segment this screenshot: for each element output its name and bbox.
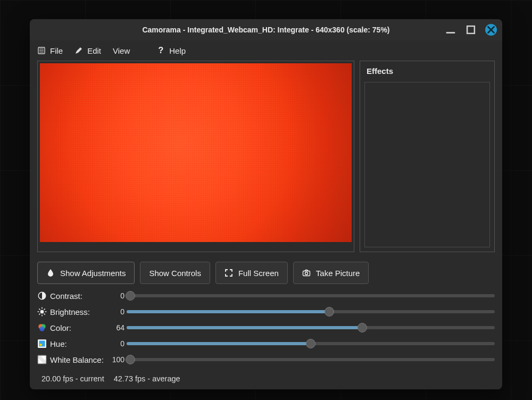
white-balance-label: White Balance:: [50, 355, 109, 364]
brightness-label: Brightness:: [50, 307, 109, 316]
close-button[interactable]: [485, 24, 497, 36]
fullscreen-icon: [225, 269, 233, 277]
svg-line-16: [39, 314, 40, 315]
drop-icon: [46, 269, 55, 277]
color-label: Color:: [50, 323, 109, 332]
white-balance-icon: [37, 355, 47, 364]
color-icon: [37, 323, 47, 332]
app-window: Camorama - Integrated_Webcam_HD: Integra…: [30, 19, 502, 389]
menu-file-label: File: [50, 46, 63, 55]
file-icon: [37, 46, 46, 55]
color-thumb[interactable]: [358, 323, 367, 332]
toolbar: Show Adjustments Show Controls Full Scre…: [37, 262, 495, 284]
white-balance-thumb[interactable]: [126, 355, 135, 364]
show-controls-label: Show Controls: [149, 269, 201, 278]
brightness-row: Brightness: 0: [37, 305, 495, 318]
svg-rect-22: [39, 340, 45, 346]
show-adjustments-button[interactable]: Show Adjustments: [37, 262, 135, 284]
maximize-button[interactable]: [465, 24, 477, 36]
color-fill: [127, 326, 362, 329]
statusbar: 20.00 fps - current 42.73 fps - average: [37, 372, 495, 383]
white-balance-value: 100: [109, 355, 127, 364]
minimize-button[interactable]: [445, 24, 456, 36]
hue-thumb[interactable]: [306, 339, 315, 348]
contrast-value: 0: [109, 291, 127, 300]
hue-icon: [37, 339, 47, 348]
effects-title: Effects: [360, 61, 494, 76]
preview-noise-overlay: [40, 63, 352, 242]
brightness-fill: [127, 310, 329, 313]
contrast-icon: [37, 291, 47, 301]
contrast-row: Contrast: 0: [37, 289, 495, 302]
menubar: File Edit View ? Help: [30, 40, 502, 61]
svg-rect-1: [467, 26, 475, 34]
menu-edit-label: Edit: [87, 46, 101, 55]
color-slider[interactable]: [127, 326, 495, 329]
close-icon: [485, 24, 497, 36]
contrast-thumb[interactable]: [126, 291, 135, 301]
menu-edit[interactable]: Edit: [74, 46, 101, 55]
svg-point-20: [40, 327, 45, 331]
status-average-fps: 42.73 fps - average: [114, 374, 180, 383]
menu-file[interactable]: File: [37, 46, 63, 55]
take-picture-label: Take Picture: [316, 269, 360, 278]
hue-row: Hue: 0: [37, 337, 495, 350]
color-row: Color: 64: [37, 321, 495, 334]
edit-icon: [74, 46, 83, 55]
white-balance-row: White Balance: 100: [37, 353, 495, 366]
full-screen-button[interactable]: Full Screen: [215, 262, 288, 284]
hue-label: Hue:: [50, 339, 109, 348]
content-area: Effects Show Adjustments Show Controls F…: [30, 61, 502, 389]
window-title: Camorama - Integrated_Webcam_HD: Integra…: [30, 26, 502, 34]
menu-view-label: View: [113, 46, 130, 55]
titlebar[interactable]: Camorama - Integrated_Webcam_HD: Integra…: [30, 19, 502, 40]
white-balance-slider[interactable]: [127, 358, 495, 361]
contrast-slider[interactable]: [127, 294, 495, 297]
brightness-slider[interactable]: [127, 310, 495, 313]
hue-fill: [127, 342, 311, 345]
svg-point-23: [40, 344, 43, 346]
maximize-icon: [465, 24, 477, 36]
color-value: 64: [109, 323, 127, 332]
camera-icon: [302, 269, 311, 277]
contrast-label: Contrast:: [50, 291, 109, 301]
take-picture-button[interactable]: Take Picture: [293, 262, 369, 284]
effects-panel: Effects: [360, 61, 495, 252]
preview-frame: [37, 61, 354, 252]
hue-slider[interactable]: [127, 342, 495, 345]
show-adjustments-label: Show Adjustments: [60, 269, 126, 278]
minimize-icon: [445, 24, 456, 36]
svg-line-15: [44, 314, 45, 315]
svg-line-17: [44, 309, 45, 310]
svg-rect-0: [446, 32, 455, 34]
status-current-fps: 20.00 fps - current: [41, 374, 104, 383]
menu-help[interactable]: ? Help: [156, 46, 186, 55]
svg-line-14: [39, 309, 40, 310]
help-icon: ?: [156, 46, 165, 55]
full-screen-label: Full Screen: [238, 269, 279, 278]
svg-point-7: [305, 272, 307, 275]
hue-value: 0: [109, 339, 127, 348]
window-controls: [445, 19, 497, 40]
svg-point-9: [40, 310, 44, 314]
adjustment-sliders: Contrast: 0 Brightness: 0 Color:: [37, 289, 495, 366]
webcam-preview: [40, 63, 352, 242]
menu-view[interactable]: View: [113, 46, 130, 55]
brightness-value: 0: [109, 307, 127, 316]
effects-list[interactable]: [364, 82, 490, 247]
brightness-icon: [37, 307, 47, 316]
menu-help-label: Help: [169, 46, 186, 55]
brightness-thumb[interactable]: [325, 307, 334, 316]
show-controls-button[interactable]: Show Controls: [140, 262, 210, 284]
